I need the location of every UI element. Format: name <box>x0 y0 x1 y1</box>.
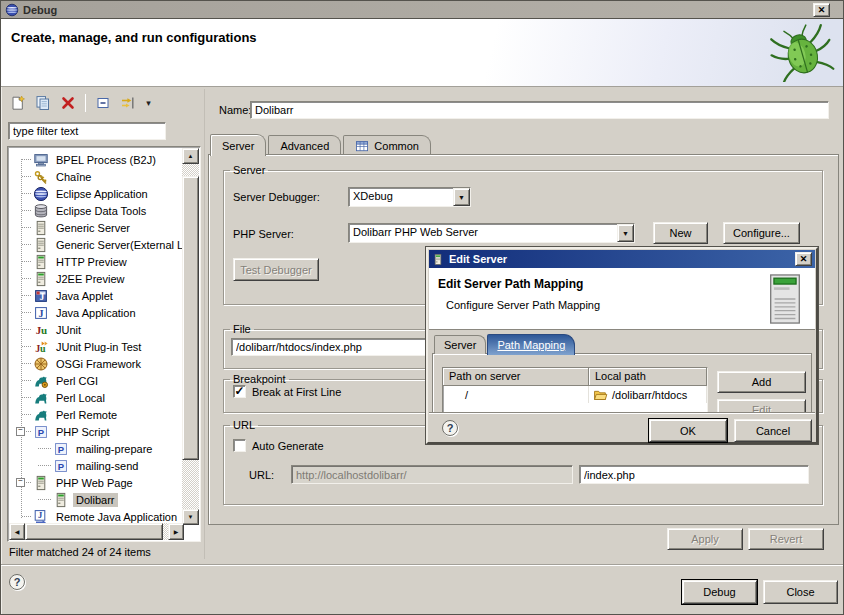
window-close-button[interactable] <box>813 3 830 17</box>
tree-item-mailing-send[interactable]: mailing-send <box>9 457 185 474</box>
collapse-expander-icon[interactable] <box>16 427 25 436</box>
collapse-icon <box>95 95 111 111</box>
tab-server[interactable]: Server <box>210 134 266 156</box>
auto-generate-checkbox[interactable] <box>233 439 246 452</box>
tree-horizontal-scrollbar[interactable] <box>9 523 184 540</box>
osgi-icon <box>33 356 49 372</box>
edit-server-tabs: Server Path Mapping <box>434 333 575 354</box>
chevron-down-icon[interactable] <box>617 224 634 242</box>
tree-item-php-script[interactable]: PHP Script <box>9 423 185 440</box>
tree-item-dolibarr[interactable]: Dolibarr <box>9 491 185 508</box>
tree-item-perl-cgi[interactable]: Perl CGI <box>9 372 185 389</box>
collapse-all-button[interactable] <box>92 92 114 114</box>
chevron-down-icon[interactable] <box>453 188 470 206</box>
tree-item-java-application[interactable]: Java Application <box>9 304 185 321</box>
bpel-icon <box>33 152 49 168</box>
sphere-icon <box>33 186 49 202</box>
scroll-up-button[interactable] <box>182 148 199 164</box>
tab-path-mapping[interactable]: Path Mapping <box>487 334 575 355</box>
delete-configuration-button[interactable] <box>57 92 79 114</box>
tab-advanced[interactable]: Advanced <box>268 135 341 155</box>
tree-item-php-web-page[interactable]: PHP Web Page <box>9 474 185 491</box>
tree-item-label: Eclipse Data Tools <box>53 204 149 218</box>
revert-button[interactable]: Revert <box>748 528 824 550</box>
edit-server-titlebar[interactable]: Edit Server <box>429 250 815 268</box>
server-path-cell: / <box>443 386 589 403</box>
window-titlebar[interactable]: Debug <box>1 1 843 19</box>
url-base-input[interactable] <box>291 465 573 484</box>
junit-icon <box>33 322 49 338</box>
tree-item-label: Perl Remote <box>53 408 120 422</box>
tree-item-cha-ne[interactable]: Chaîne <box>9 168 185 185</box>
tree-item-perl-remote[interactable]: Perl Remote <box>9 406 185 423</box>
filter-status-text: Filter matched 24 of 24 items <box>9 546 151 558</box>
panel-sash[interactable] <box>204 89 205 559</box>
name-input[interactable] <box>250 101 829 119</box>
collapse-expander-icon[interactable] <box>16 478 25 487</box>
url-path-input[interactable] <box>579 465 809 484</box>
filter-input[interactable] <box>8 122 166 140</box>
tab-common[interactable]: Common <box>343 135 431 155</box>
tree-item-osgi-framework[interactable]: OSGi Framework <box>9 355 185 372</box>
path-mapping-row[interactable]: //dolibarr/htdocs <box>443 386 707 403</box>
tree-item-eclipse-application[interactable]: Eclipse Application <box>9 185 185 202</box>
tree-item-label: Generic Server <box>53 221 133 235</box>
left-toolbar <box>7 91 155 115</box>
tree-item-junit[interactable]: JUnit <box>9 321 185 338</box>
break-first-line-checkbox[interactable] <box>233 385 246 398</box>
server-icon <box>432 252 444 267</box>
php-server-combo[interactable]: Dolibarr PHP Web Server <box>348 223 635 243</box>
tab-server-settings[interactable]: Server <box>434 335 486 354</box>
junitp-icon <box>33 339 49 355</box>
debug-button[interactable]: Debug <box>682 580 757 604</box>
config-tabs: Server Advanced Common <box>210 133 431 155</box>
server-icon <box>33 220 49 236</box>
filter-menu-dropdown[interactable] <box>142 92 155 114</box>
column-local-path[interactable]: Local path <box>589 368 707 386</box>
column-path-on-server[interactable]: Path on server <box>443 368 589 386</box>
horizontal-scroll-thumb[interactable] <box>25 523 163 540</box>
tree-item-perl-local[interactable]: Perl Local <box>9 389 185 406</box>
scroll-right-button[interactable] <box>168 523 184 540</box>
camel-icon <box>33 407 49 423</box>
filter-icon <box>120 95 136 111</box>
toolbar-separator <box>85 94 86 112</box>
tree-item-eclipse-data-tools[interactable]: Eclipse Data Tools <box>9 202 185 219</box>
tree-item-label: mailing-prepare <box>73 442 155 456</box>
page-title: Create, manage, and run configurations <box>11 30 257 45</box>
tree-item-generic-server[interactable]: Generic Server <box>9 219 185 236</box>
tree-item-generic-server-external-la[interactable]: Generic Server(External La <box>9 236 185 253</box>
duplicate-configuration-button[interactable] <box>32 92 54 114</box>
ok-button[interactable]: OK <box>649 419 727 442</box>
table-header-row: Path on server Local path <box>443 368 707 386</box>
configure-server-button[interactable]: Configure... <box>723 222 800 244</box>
tree-item-mailing-prepare[interactable]: mailing-prepare <box>9 440 185 457</box>
tree-item-java-applet[interactable]: Java Applet <box>9 287 185 304</box>
path-mapping-rows: //dolibarr/htdocs <box>443 386 707 403</box>
new-configuration-button[interactable] <box>7 92 29 114</box>
tree-item-junit-plug-in-test[interactable]: JUnit Plug-in Test <box>9 338 185 355</box>
dialog-help-icon[interactable]: ? <box>442 420 458 436</box>
add-mapping-button[interactable]: Add <box>717 371 806 393</box>
scroll-left-button[interactable] <box>9 523 25 540</box>
tree-item-label: Chaîne <box>53 170 94 184</box>
tree-vertical-scrollbar[interactable] <box>182 148 199 525</box>
server-debugger-combo[interactable]: XDebug <box>348 187 471 207</box>
vertical-scroll-thumb[interactable] <box>182 176 199 460</box>
tree-item-bpel-process-b2j[interactable]: BPEL Process (B2J) <box>9 151 185 168</box>
scroll-down-button[interactable] <box>182 509 199 525</box>
db-icon <box>33 203 49 219</box>
help-icon[interactable]: ? <box>9 574 25 590</box>
apply-button[interactable]: Apply <box>667 528 743 550</box>
tree-item-label: JUnit <box>53 323 84 337</box>
edit-server-close-button[interactable] <box>795 252 812 266</box>
tree-item-http-preview[interactable]: HTTP Preview <box>9 253 185 270</box>
test-debugger-button[interactable]: Test Debugger <box>233 258 319 281</box>
server-tower-image <box>768 273 802 325</box>
filter-launch-configurations-button[interactable] <box>117 92 139 114</box>
server2-icon <box>33 475 49 491</box>
tree-item-j2ee-preview[interactable]: J2EE Preview <box>9 270 185 287</box>
cancel-button[interactable]: Cancel <box>734 419 812 442</box>
close-button[interactable]: Close <box>763 580 838 604</box>
new-server-button[interactable]: New <box>653 222 708 244</box>
